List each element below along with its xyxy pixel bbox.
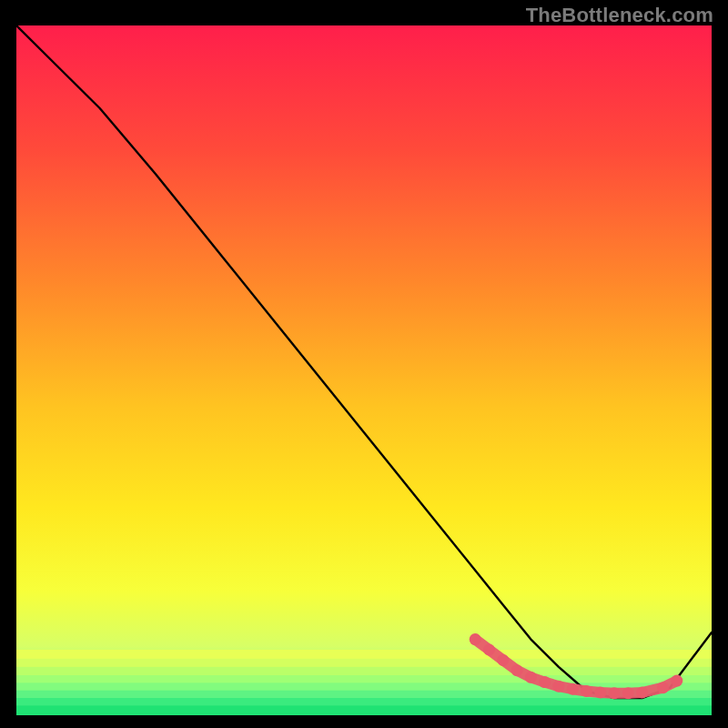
gradient-band <box>16 667 712 676</box>
marker-dot <box>552 681 564 693</box>
marker-dot <box>483 644 495 656</box>
marker-dot <box>609 687 621 699</box>
marker-dot <box>622 687 634 699</box>
marker-dot <box>470 633 481 645</box>
gradient-band <box>16 705 712 715</box>
chart-container: TheBottleneck.com <box>0 0 728 728</box>
gradient-band <box>16 675 712 683</box>
marker-dot <box>636 687 648 699</box>
marker-dot <box>594 687 606 699</box>
chart-svg <box>16 25 712 715</box>
marker-dot <box>567 683 579 695</box>
marker-dot <box>525 672 537 683</box>
gradient-band <box>16 650 712 660</box>
marker-dot <box>657 682 669 693</box>
marker-dot <box>497 654 509 666</box>
marker-dot <box>581 685 592 697</box>
marker-dot <box>539 676 551 688</box>
gradient-band <box>16 659 712 668</box>
gradient-band <box>16 698 712 706</box>
gradient-background <box>16 25 712 715</box>
attribution-label: TheBottleneck.com <box>526 4 713 27</box>
marker-dot <box>511 664 523 676</box>
plot-area <box>16 25 712 715</box>
marker-dot <box>671 675 682 687</box>
